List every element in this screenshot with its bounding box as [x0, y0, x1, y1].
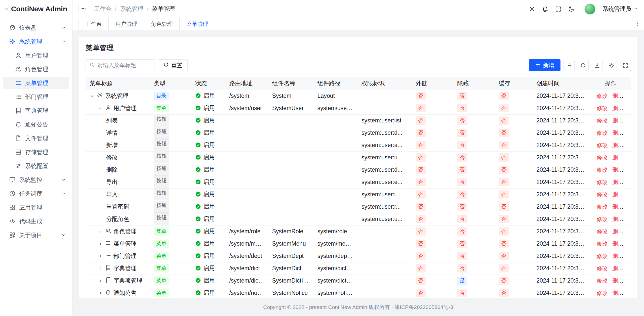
add-link[interactable]: 新增 — [628, 216, 631, 222]
sidebar-collapse-button[interactable] — [78, 4, 89, 14]
column-header[interactable]: 权限标识 — [357, 77, 412, 90]
add-link[interactable]: 新增 — [628, 154, 631, 161]
modify-link[interactable]: 修改 — [597, 278, 608, 284]
modify-link[interactable]: 修改 — [597, 167, 608, 173]
chevron-right-icon[interactable] — [98, 254, 103, 259]
delete-link[interactable]: 删除 — [612, 93, 623, 99]
fullscreen-button[interactable] — [620, 60, 631, 71]
modify-link[interactable]: 修改 — [597, 241, 608, 247]
chevron-down-icon[interactable] — [90, 94, 95, 99]
column-header[interactable]: 隐藏 — [453, 77, 495, 90]
column-header[interactable]: 创建时间 — [533, 77, 590, 90]
chevron-right-icon[interactable] — [98, 241, 103, 246]
sidebar-item-dept[interactable]: 部门管理 — [3, 91, 69, 103]
sidebar-item-monitor[interactable]: 系统监控 — [3, 174, 69, 186]
delete-link[interactable]: 删除 — [612, 154, 623, 161]
add-link[interactable]: 新增 — [628, 241, 631, 247]
breadcrumb-item[interactable]: 系统管理 — [120, 5, 143, 13]
delete-link[interactable]: 删除 — [612, 142, 623, 148]
tab-role[interactable]: 角色管理 — [144, 18, 180, 30]
modify-link[interactable]: 修改 — [597, 216, 608, 222]
sidebar-item-user[interactable]: 用户管理 — [3, 49, 69, 61]
sidebar-item-codegen[interactable]: 代码生成 — [3, 215, 69, 227]
chevron-right-icon[interactable] — [98, 266, 103, 271]
delete-link[interactable]: 删除 — [612, 167, 623, 173]
sidebar-item-storage[interactable]: 存储管理 — [3, 146, 69, 158]
delete-link[interactable]: 删除 — [612, 278, 623, 284]
add-link[interactable]: 新增 — [628, 142, 631, 148]
search-input[interactable] — [97, 62, 151, 69]
chevron-down-icon[interactable] — [98, 106, 103, 111]
chevron-right-icon[interactable] — [98, 278, 103, 283]
modify-link[interactable]: 修改 — [597, 154, 608, 161]
chevron-right-icon[interactable] — [98, 291, 103, 296]
delete-link[interactable]: 删除 — [612, 241, 623, 247]
delete-link[interactable]: 删除 — [612, 179, 623, 185]
column-header[interactable]: 路由地址 — [225, 77, 268, 90]
column-header[interactable]: 状态 — [191, 77, 225, 90]
add-link[interactable]: 新增 — [628, 278, 631, 284]
sidebar-item-dict[interactable]: 字典管理 — [3, 105, 69, 117]
tab-more-button[interactable] — [631, 18, 644, 30]
modify-link[interactable]: 修改 — [597, 117, 608, 124]
delete-link[interactable]: 删除 — [612, 216, 623, 222]
breadcrumb-item[interactable]: 菜单管理 — [152, 5, 175, 13]
app-logo[interactable]: ContiNew Admin — [0, 0, 72, 18]
sidebar-item-file[interactable]: 文件管理 — [3, 132, 69, 144]
sidebar-item-config[interactable]: 系统配置 — [3, 160, 69, 172]
add-link[interactable]: 新增 — [628, 93, 631, 99]
delete-link[interactable]: 删除 — [612, 290, 623, 296]
avatar[interactable] — [584, 4, 595, 15]
add-link[interactable]: 新增 — [628, 290, 631, 296]
sidebar-item-appmgr[interactable]: 应用管理 — [3, 201, 69, 213]
delete-link[interactable]: 删除 — [612, 117, 623, 124]
modify-link[interactable]: 修改 — [597, 204, 608, 210]
add-link[interactable]: 新增 — [628, 117, 631, 124]
add-link[interactable]: 新增 — [628, 265, 631, 272]
sidebar-item-about[interactable]: 关于项目 — [3, 229, 69, 241]
bell-button[interactable] — [540, 4, 551, 15]
modify-link[interactable]: 修改 — [597, 105, 608, 111]
sidebar-item-system[interactable]: 系统管理 — [3, 35, 69, 48]
delete-link[interactable]: 删除 — [612, 191, 623, 198]
column-header[interactable]: 组件名称 — [268, 77, 313, 90]
column-header[interactable]: 外链 — [412, 77, 453, 90]
moon-button[interactable] — [566, 4, 577, 15]
add-button[interactable]: 新增 — [529, 59, 560, 71]
add-link[interactable]: 新增 — [628, 228, 631, 235]
add-link[interactable]: 新增 — [628, 167, 631, 173]
gear-button[interactable] — [606, 60, 617, 71]
add-link[interactable]: 新增 — [628, 253, 631, 259]
delete-link[interactable]: 删除 — [612, 105, 623, 111]
delete-link[interactable]: 删除 — [612, 228, 623, 235]
tab-user[interactable]: 用户管理 — [108, 18, 144, 30]
column-header[interactable]: 菜单标题 — [86, 77, 150, 90]
add-link[interactable]: 新增 — [628, 179, 631, 185]
delete-link[interactable]: 删除 — [612, 265, 623, 272]
refresh-button[interactable] — [578, 60, 589, 71]
sidebar-item-schedule[interactable]: 任务调度 — [3, 188, 69, 200]
delete-link[interactable]: 删除 — [612, 130, 623, 136]
modify-link[interactable]: 修改 — [597, 130, 608, 136]
column-header[interactable]: 组件路径 — [313, 77, 357, 90]
sidebar-item-menu[interactable]: 菜单管理 — [3, 77, 69, 89]
reset-button[interactable]: 重置 — [158, 59, 188, 71]
column-header[interactable]: 类型 — [150, 77, 191, 90]
add-link[interactable]: 新增 — [628, 204, 631, 210]
modify-link[interactable]: 修改 — [597, 228, 608, 235]
fullscreen-button[interactable] — [553, 4, 564, 15]
modify-link[interactable]: 修改 — [597, 290, 608, 296]
breadcrumb-item[interactable]: 工作台 — [94, 5, 111, 13]
delete-link[interactable]: 删除 — [612, 253, 623, 259]
modify-link[interactable]: 修改 — [597, 253, 608, 259]
user-menu[interactable]: 系统管理员 — [600, 5, 638, 13]
sidebar-item-role[interactable]: 角色管理 — [3, 63, 69, 75]
add-link[interactable]: 新增 — [628, 130, 631, 136]
tab-menu[interactable]: 菜单管理 — [179, 18, 215, 30]
modify-link[interactable]: 修改 — [597, 142, 608, 148]
modify-link[interactable]: 修改 — [597, 191, 608, 198]
tab-workbench[interactable]: 工作台 — [78, 18, 109, 30]
modify-link[interactable]: 修改 — [597, 179, 608, 185]
chevron-right-icon[interactable] — [98, 229, 103, 234]
list-button[interactable] — [564, 60, 575, 71]
